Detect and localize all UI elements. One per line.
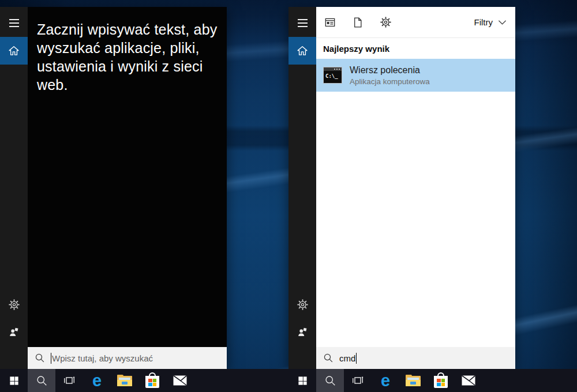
command-prompt-icon: C:\_ [323,67,342,84]
apps-icon [324,16,336,29]
text-caret [51,353,51,364]
search-icon [35,353,45,363]
search-input[interactable]: Wpisz tutaj, aby wyszukać [28,347,227,369]
search-icon [324,375,336,387]
taskbar-search-button[interactable] [316,369,344,392]
menu-button[interactable] [0,9,28,37]
settings-filter-button[interactable] [372,7,399,37]
desktop-wallpaper: Zacznij wpisywać tekst, aby wyszukać apl… [0,0,577,392]
result-subtitle: Aplikacja komputerowa [350,77,430,86]
file-explorer-button[interactable] [399,369,427,392]
mail-icon [462,375,475,386]
taskbar-half: e [0,369,288,392]
best-match-header: Najlepszy wynik [316,38,515,59]
search-placeholder: Wpisz tutaj, aby wyszukać [52,353,153,363]
file-explorer-icon [406,375,421,386]
sidebar-item-home[interactable] [288,37,316,65]
feedback-button[interactable] [288,318,316,346]
taskbar-half: e [288,369,577,392]
settings-button[interactable] [288,291,316,318]
flyout-body: Filtry Najlepszy wynik C:\_ Wiersz polec… [316,7,515,369]
chevron-down-icon [498,20,507,25]
person-icon [8,326,20,338]
gear-icon [380,16,392,28]
edge-button[interactable]: e [83,369,111,392]
file-explorer-icon [117,375,132,386]
edge-icon: e [381,372,390,389]
gear-icon [8,299,20,311]
filters-dropdown[interactable]: Filtry [474,17,516,27]
search-icon [323,353,334,363]
home-icon [296,44,309,57]
edge-icon: e [92,372,102,389]
search-query-text: cmd [339,353,355,363]
task-view-icon [63,374,76,387]
store-icon [434,376,448,388]
settings-button[interactable] [0,291,28,318]
windows-logo-icon [297,375,308,386]
menu-button[interactable] [288,9,316,37]
sidebar-bottom-group [288,291,316,346]
home-icon [8,44,20,57]
result-text-group: Wiersz polecenia Aplikacja komputerowa [350,65,430,86]
store-button[interactable] [427,369,455,392]
search-icon [36,375,48,387]
edge-button[interactable]: e [372,369,399,392]
search-result-command-prompt[interactable]: C:\_ Wiersz polecenia Aplikacja komputer… [316,59,515,92]
empty-state-text: Zacznij wpisywać tekst, aby wyszukać apl… [28,7,227,94]
mail-icon [173,375,187,386]
search-input[interactable]: cmd [316,347,515,369]
hamburger-icon [298,19,308,27]
person-icon [296,326,309,338]
start-button[interactable] [288,369,316,392]
flyout-sidebar [0,7,28,369]
task-view-button[interactable] [344,369,372,392]
mail-button[interactable] [166,369,194,392]
task-view-button[interactable] [55,369,83,392]
apps-filter-button[interactable] [316,7,344,37]
flyout-body: Zacznij wpisywać tekst, aby wyszukać apl… [28,7,227,369]
windows-logo-icon [9,375,20,386]
search-flyout-results: Filtry Najlepszy wynik C:\_ Wiersz polec… [288,7,515,369]
sidebar-bottom-group [0,291,28,346]
filter-toolbar: Filtry [316,7,515,38]
start-button[interactable] [0,369,28,392]
document-icon [351,16,364,29]
text-caret [356,353,357,364]
store-button[interactable] [138,369,166,392]
flyout-sidebar [288,7,316,369]
result-title: Wiersz polecenia [350,65,430,76]
taskbar: e [0,369,577,392]
sidebar-item-home[interactable] [0,37,28,65]
file-explorer-button[interactable] [111,369,138,392]
mail-button[interactable] [455,369,482,392]
filters-label: Filtry [474,17,493,27]
store-icon [145,376,159,388]
search-flyout-empty: Zacznij wpisywać tekst, aby wyszukać apl… [0,7,227,369]
hamburger-icon [9,19,19,27]
gear-icon [297,299,309,311]
task-view-icon [351,374,364,387]
taskbar-search-button[interactable] [28,369,55,392]
feedback-button[interactable] [0,318,28,346]
documents-filter-button[interactable] [344,7,372,37]
